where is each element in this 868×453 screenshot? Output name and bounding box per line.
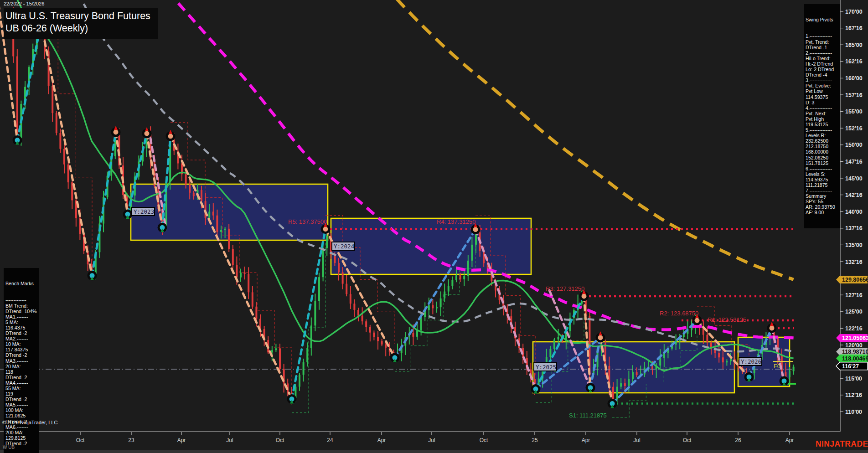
swing-pivots-line: 111.21875 (806, 182, 838, 188)
level-label-R5: R5: 137.37500 (288, 218, 327, 225)
price-axis-label: 135'00 (845, 242, 863, 248)
swing-pivots-line: AR: 20.93750 (806, 204, 838, 210)
time-axis-label: 26 (735, 437, 741, 443)
swing-pivots-panel: Swing Pivots 1.--------------Pvt. Trend:… (804, 4, 840, 228)
swing-pivots-line: 4.-------------- (806, 105, 838, 111)
time-axis-label: Apr (177, 437, 186, 443)
year-chip-label: Y:2025 (536, 364, 556, 371)
swing-pivots-panel-lines: 1.--------------Pvt. Trend:DTrend -12.--… (806, 33, 838, 215)
swing-pivots-line: SP's: 55 (806, 199, 838, 204)
bench-marks-line: 116.4375 (5, 325, 37, 330)
date-range-label: 22/2022 - 15/2026 (4, 1, 44, 6)
bench-marks-line: BM Trend: (5, 303, 37, 309)
swing-pivots-line: Lo:-2 DTrend (806, 67, 838, 72)
bench-marks-line: MA1.------- (5, 314, 37, 319)
bench-marks-line: 55 MA: (5, 386, 37, 391)
level-label-R3: R3: 127.31250 (546, 285, 584, 292)
price-axis-label: 132'16 (845, 259, 863, 265)
price-axis-label: 140'00 (845, 209, 863, 215)
bench-marks-line: 10 MA: (5, 341, 37, 347)
swing-pivots-line: DTrend -4 (806, 72, 838, 77)
swing-pivots-line: DTrend -1 (806, 45, 838, 50)
swing-pivots-line: Pvt. Trend: (806, 39, 838, 45)
price-axis-label: 152'16 (845, 125, 863, 132)
bench-marks-line: 121.0625 (5, 413, 37, 418)
bench-marks-line: 20 MA: (5, 364, 37, 369)
price-axis-label: 122'16 (845, 325, 863, 332)
time-axis-label: Oct (276, 437, 284, 443)
price-axis-label: 165'00 (845, 42, 863, 48)
price-axis-label: 145'00 (845, 175, 863, 182)
swing-pivots-line: 114.59375 (806, 177, 838, 182)
year-box (533, 342, 734, 393)
price-axis-label: 112'16 (845, 392, 862, 398)
price-marker-label: 118.00469 (842, 355, 868, 362)
swing-pivots-line: 6.-------------- (806, 166, 838, 171)
swing-pivots-line: 212.18750 (806, 144, 838, 149)
chart-title-line2: UB 06-26 (Weekly) (5, 22, 150, 35)
time-axis-label: 25 (532, 437, 538, 443)
swing-pivots-line: 119.53125 (806, 122, 838, 127)
price-axis-label: 147'16 (845, 159, 863, 165)
year-chip-label: Y:2024 (334, 243, 354, 250)
price-axis-label: 137'16 (845, 225, 863, 232)
swing-pivots-line: Pvt Low (806, 88, 838, 94)
time-axis-label: Apr (785, 437, 794, 443)
level-label-R1: R1: 122.53125 (708, 316, 746, 323)
bench-marks-line: DTrend -2 (5, 375, 37, 380)
swing-pivots-line: 2.-------------- (806, 50, 838, 56)
time-axis-label: Oct (683, 437, 692, 443)
time-axis-label: Apr (582, 437, 590, 443)
price-axis-label: 120'00 (845, 342, 863, 349)
bench-marks-line: ------------- (5, 297, 37, 303)
bench-marks-line: MA2.------- (5, 336, 37, 341)
level-label-S1: S1: 111.21875 (569, 412, 607, 419)
time-axis-label: Jul (226, 437, 233, 443)
swing-pivots-line: 151.78125 (806, 160, 838, 166)
swing-pivots-line: Pvt. Evolve: (806, 83, 838, 88)
swing-pivots-line: AF: 9.00 (806, 210, 838, 215)
time-axis-label: 24 (327, 437, 333, 443)
price-axis-label: 125'00 (845, 309, 863, 315)
year-chip-label: Y:2026 (741, 358, 761, 365)
time-axis-label: Oct (76, 437, 85, 443)
stop-steps-up (292, 243, 326, 413)
time-axis-label: Jul (633, 437, 640, 443)
ninjatrader-logo: NINJATRADER (816, 439, 868, 449)
candles (5, 7, 795, 404)
price-marker-label: 129.80656 (842, 277, 868, 283)
bench-marks-line: 200 MA: (5, 430, 37, 435)
swing-pivots-line: 3.-------------- (806, 77, 838, 83)
bench-marks-line: 100 MA: (5, 407, 37, 413)
time-axis-label: Oct (480, 437, 488, 443)
swing-pivots-line: HiLo Trend: (806, 56, 838, 61)
swing-pivots-line: Levels S: (806, 171, 838, 177)
price-axis-label: 155'00 (845, 108, 863, 115)
year-boxes (131, 184, 790, 393)
swing-pivots-line: 152.06250 (806, 155, 838, 160)
bench-marks-line: MA5.------- (5, 402, 37, 407)
bench-marks-line: DTrend -2 (5, 396, 37, 402)
bench-marks-line: MA3.------- (5, 358, 37, 364)
chart-window: R5: 137.37500R4: 137.31250R3: 127.31250R… (0, 0, 868, 453)
instrument-label: W UB (3, 445, 15, 450)
bench-marks-line: DTrend -2 (5, 352, 37, 358)
time-axis-label: Apr (377, 437, 386, 443)
price-marker-label: 121.05063 (842, 335, 868, 341)
price-axis-label: 127'16 (845, 292, 863, 299)
price-marker-label: 118.98710 (842, 349, 868, 355)
fib-f0-label: F0 (774, 363, 780, 370)
plot-area (0, 0, 796, 417)
swing-pivots-line: 114.59375 (806, 94, 838, 100)
swing-pivots-line: 168.00000 (806, 149, 838, 154)
window-resize-strip (0, 450, 868, 453)
swing-pivots-line: 7.-------------- (806, 188, 838, 193)
swing-pivots-line: Hi:-2 DTrend (806, 61, 838, 67)
price-chart-canvas[interactable]: R5: 137.37500R4: 137.31250R3: 127.31250R… (0, 0, 868, 453)
swing-pivots-line: 232.62500 (806, 138, 838, 144)
price-axis-label: 160'00 (845, 75, 863, 82)
bench-marks-line: 5 MA: (5, 319, 37, 325)
year-chip-label: Y:2023 (134, 208, 154, 215)
price-axis-label: 167'16 (845, 25, 863, 31)
swing-pivots-line: Pvt High (806, 116, 838, 122)
